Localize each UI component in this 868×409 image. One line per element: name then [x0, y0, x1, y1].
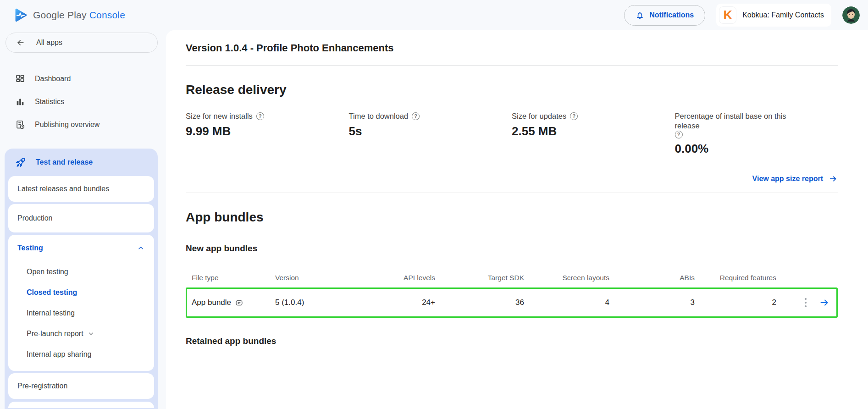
help-icon[interactable]: ? [570, 112, 578, 120]
sidebar-item-testing[interactable]: Testing [8, 235, 154, 261]
sidebar-item-label: Latest releases and bundles [17, 185, 109, 193]
stat-label: Time to download [349, 111, 409, 121]
retained-app-bundles-heading: Retained app bundles [186, 336, 838, 346]
stat-label: Size for updates [512, 111, 566, 121]
report-link-label: View app size report [752, 175, 823, 183]
stat-time-to-download: Time to download ? 5s [349, 111, 512, 156]
sidebar-item-pre-registration[interactable]: Pre-registration [8, 373, 154, 399]
screen-layouts-cell: 4 [524, 298, 609, 307]
sidebar-item-open-testing[interactable]: Open testing [8, 261, 154, 282]
help-icon[interactable]: ? [412, 112, 420, 120]
stat-size-new-installs: Size for new installs ? 9.99 MB [186, 111, 349, 156]
stat-label: Size for new installs [186, 111, 253, 121]
app-icon: K [719, 6, 736, 24]
sidebar-item-test-and-release[interactable]: Test and release [5, 149, 158, 176]
new-app-bundles-heading: New app bundles [186, 243, 838, 254]
all-apps-label: All apps [36, 39, 62, 47]
brand-console: Console [89, 10, 125, 20]
release-delivery-heading: Release delivery [186, 82, 838, 98]
notifications-button[interactable]: Notifications [624, 5, 705, 26]
column-header: File type [192, 274, 275, 282]
sidebar-nav: Dashboard Statistics Publis [0, 67, 166, 136]
sidebar-item-production[interactable]: Production [8, 204, 154, 232]
column-header: Version [275, 274, 344, 282]
sidebar-item-internal-app-sharing[interactable]: Internal app sharing [8, 344, 154, 365]
play-console-logo-icon [14, 8, 28, 22]
notifications-label: Notifications [649, 11, 694, 19]
back-arrow-icon [16, 38, 25, 47]
stat-value: 2.55 MB [512, 124, 675, 138]
file-type-cell: App bundle [192, 298, 275, 307]
version-cell: 5 (1.0.4) [275, 298, 344, 307]
top-bar: Google Play Console Notifications K Kobk… [0, 0, 868, 30]
sidebar-item-latest-releases[interactable]: Latest releases and bundles [8, 176, 154, 202]
sidebar-item-label: Publishing overview [35, 121, 100, 129]
overflow-menu-button[interactable] [804, 297, 807, 308]
sidebar-item-statistics[interactable]: Statistics [0, 90, 166, 113]
app-bundle-icon [235, 299, 243, 307]
report-link-row: View app size report [186, 174, 838, 183]
row-actions [776, 297, 836, 308]
arrow-right-icon [829, 174, 838, 183]
document-clock-icon [15, 120, 25, 130]
sidebar: All apps Dashboard Statis [0, 30, 166, 409]
sidebar-item-next-partial[interactable] [8, 402, 154, 408]
app-selector[interactable]: K Kobkua: Family Contacts [716, 4, 831, 27]
bundles-table-header: File type Version API levels Target SDK … [186, 274, 838, 282]
sidebar-item-label: Test and release [36, 158, 93, 166]
divider [186, 193, 838, 193]
sidebar-item-label: Pre-registration [17, 382, 67, 390]
divider [186, 65, 838, 66]
sidebar-item-label: Open testing [27, 268, 68, 276]
three-dot-menu-icon [804, 297, 807, 308]
help-icon[interactable]: ? [256, 112, 264, 120]
test-and-release-section: Test and release Latest releases and bun… [5, 149, 158, 409]
sidebar-item-label: Testing [17, 244, 43, 252]
open-bundle-details-button[interactable] [819, 297, 830, 308]
target-sdk-cell: 36 [435, 298, 524, 307]
all-apps-back[interactable]: All apps [6, 33, 158, 53]
brand-google-play: Google Play [33, 10, 87, 20]
required-features-cell: 2 [695, 298, 776, 307]
sidebar-item-pre-launch-report[interactable]: Pre-launch report [8, 323, 154, 344]
sidebar-item-label: Pre-launch report [27, 330, 83, 338]
app-bundle-row[interactable]: App bundle 5 (1.0.4) 24+ 36 4 3 2 [186, 287, 838, 318]
help-icon[interactable]: ? [675, 131, 683, 138]
api-levels-cell: 24+ [344, 298, 435, 307]
testing-group: Testing Open testing Closed testing Inte… [8, 235, 154, 371]
sidebar-item-dashboard[interactable]: Dashboard [0, 67, 166, 90]
app-bundles-heading: App bundles [186, 210, 838, 225]
view-app-size-report-link[interactable]: View app size report [752, 174, 838, 183]
column-header: Required features [695, 274, 776, 282]
top-bar-right: Notifications K Kobkua: Family Contacts [624, 4, 860, 27]
sidebar-item-internal-testing[interactable]: Internal testing [8, 303, 154, 323]
sidebar-item-publishing-overview[interactable]: Publishing overview [0, 113, 166, 136]
dashboard-icon [15, 74, 25, 84]
sidebar-item-label: Closed testing [27, 288, 77, 297]
main-panel: Version 1.0.4 - Profile Photo Enhancemen… [166, 30, 868, 409]
sidebar-item-label: Statistics [35, 98, 64, 106]
page-title: Version 1.0.4 - Profile Photo Enhancemen… [186, 42, 838, 54]
stat-label: Percentage of install base on this relea… [675, 111, 813, 131]
bell-icon [636, 11, 644, 20]
arrow-right-icon [819, 297, 830, 308]
abis-cell: 3 [609, 298, 695, 307]
sidebar-item-label: Internal app sharing [27, 350, 91, 359]
column-header: API levels [344, 274, 435, 282]
account-avatar[interactable] [842, 6, 860, 24]
file-type-label: App bundle [192, 298, 231, 307]
sidebar-item-closed-testing[interactable]: Closed testing [8, 282, 154, 303]
sidebar-item-label: Internal testing [27, 309, 75, 317]
sidebar-item-label: Production [17, 214, 53, 222]
stat-value: 0.00% [675, 142, 838, 156]
column-header: ABIs [609, 274, 695, 282]
stat-install-base-percentage: Percentage of install base on this relea… [675, 111, 838, 156]
sidebar-item-label: Dashboard [35, 75, 71, 83]
google-play-console-logo[interactable]: Google Play Console [14, 8, 125, 22]
app-name: Kobkua: Family Contacts [742, 11, 824, 19]
chevron-down-icon [88, 331, 94, 337]
release-delivery-stats: Size for new installs ? 9.99 MB Time to … [186, 111, 838, 156]
rocket-icon [15, 157, 26, 168]
column-header: Screen layouts [524, 274, 609, 282]
stat-size-for-updates: Size for updates ? 2.55 MB [512, 111, 675, 156]
